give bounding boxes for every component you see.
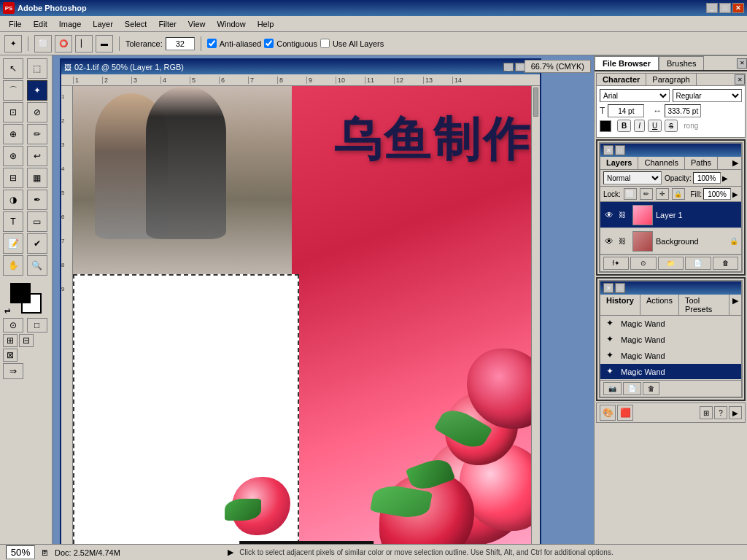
gradient-tool[interactable]: ▦ xyxy=(27,168,47,188)
lasso-tool[interactable]: ⌒ xyxy=(3,80,23,101)
character-tab[interactable]: Character xyxy=(597,74,646,85)
history-panel-close[interactable]: ✕ xyxy=(603,283,614,293)
contiguous-checkbox[interactable] xyxy=(264,39,274,48)
delete-layer-btn[interactable]: 🗑 xyxy=(713,257,738,270)
menu-edit[interactable]: Edit xyxy=(28,18,53,30)
delete-state-btn[interactable]: 🗑 xyxy=(643,382,659,395)
swatches-mini[interactable]: 🟥 xyxy=(617,405,633,421)
slice-tool[interactable]: ⊘ xyxy=(27,102,47,122)
history-item-0[interactable]: ✦ Magic Wand xyxy=(600,316,741,332)
new-layer-btn[interactable]: 📄 xyxy=(685,257,711,270)
menu-view[interactable]: View xyxy=(182,18,212,30)
layer-item-background[interactable]: 👁 ⛓ Background 🔒 xyxy=(600,228,741,254)
eyedropper-tool[interactable]: ✔ xyxy=(27,233,47,254)
font-size-input[interactable] xyxy=(608,104,644,117)
fill-arrow[interactable]: ▶ xyxy=(732,190,738,198)
fullscreen-btn[interactable]: ⊠ xyxy=(3,349,18,362)
brushes-tab[interactable]: Brushes xyxy=(659,56,704,70)
menu-window[interactable]: Window xyxy=(212,18,252,30)
quick-mask-icon[interactable]: ⊙ xyxy=(3,318,23,332)
strikethrough-btn[interactable]: S̶ xyxy=(665,120,678,132)
opacity-input[interactable] xyxy=(693,172,721,184)
doc-minimize-btn[interactable]: _ xyxy=(503,63,514,71)
dodge-tool[interactable]: ◑ xyxy=(3,190,23,210)
hand-tool[interactable]: ✋ xyxy=(3,255,23,276)
marquee-rect-icon[interactable]: ⬜ xyxy=(34,35,52,52)
magic-wand-tool[interactable]: ✦ xyxy=(27,80,47,101)
paragraph-tab[interactable]: Paragraph xyxy=(646,74,696,85)
notes-tool[interactable]: 📝 xyxy=(3,233,23,254)
paths-tab[interactable]: Paths xyxy=(685,157,718,169)
panel-foot-btn3[interactable]: ▶ xyxy=(729,406,742,419)
layers-panel-close[interactable]: ✕ xyxy=(603,145,614,155)
marquee-circle-icon[interactable]: ⭕ xyxy=(55,35,72,52)
layers-panel-max[interactable]: □ xyxy=(615,145,625,155)
top-panel-close[interactable]: ✕ xyxy=(737,58,747,69)
crop-tool[interactable]: ⊡ xyxy=(3,102,23,122)
channels-tab[interactable]: Channels xyxy=(638,157,684,169)
menu-help[interactable]: Help xyxy=(252,18,280,30)
foreground-color-swatch[interactable] xyxy=(10,283,31,303)
panel-foot-btn2[interactable]: ? xyxy=(714,406,727,419)
font-style-select[interactable]: Regular xyxy=(673,89,743,102)
lock-image-btn[interactable]: ✏ xyxy=(640,188,653,200)
maximize-button[interactable]: □ xyxy=(719,3,731,13)
move-tool[interactable]: ↖ xyxy=(3,58,23,79)
blend-mode-select[interactable]: Normal xyxy=(603,171,662,184)
underline-btn[interactable]: U xyxy=(648,120,662,132)
opacity-arrow[interactable]: ▶ xyxy=(722,174,728,182)
brush-tool[interactable]: ✏ xyxy=(27,124,47,144)
color-picker-mini[interactable]: 🎨 xyxy=(600,405,616,421)
actions-tab[interactable]: Actions xyxy=(640,295,679,315)
layers-tab[interactable]: Layers xyxy=(600,157,638,169)
zoom-input[interactable] xyxy=(6,545,35,559)
stamp-tool[interactable]: ⊛ xyxy=(3,146,23,166)
document-canvas[interactable]: 乌鱼制作 DPA BBS·EPSON xyxy=(73,86,540,544)
fill-input[interactable] xyxy=(703,188,731,200)
lock-position-btn[interactable]: ✛ xyxy=(656,188,669,200)
pen-tool[interactable]: ✒ xyxy=(27,190,47,210)
text-color-swatch[interactable] xyxy=(600,120,611,132)
all-layers-checkbox[interactable] xyxy=(320,39,330,48)
panel-foot-btn1[interactable]: ⊞ xyxy=(700,406,713,419)
layers-menu-btn[interactable]: ▶ xyxy=(729,157,741,169)
fullscreen-menu-btn[interactable]: ⊟ xyxy=(19,334,34,347)
menu-select[interactable]: Select xyxy=(119,18,153,30)
menu-image[interactable]: Image xyxy=(53,18,88,30)
text-tool[interactable]: T xyxy=(3,211,23,232)
file-browser-tab[interactable]: File Browser xyxy=(595,56,659,70)
add-mask-btn[interactable]: ⊙ xyxy=(630,257,656,270)
lock-all-btn[interactable]: 🔒 xyxy=(672,188,685,200)
history-menu-btn[interactable]: ▶ xyxy=(729,295,741,315)
shape-tool[interactable]: ▭ xyxy=(27,211,47,232)
anti-aliased-checkbox[interactable] xyxy=(207,39,217,48)
marquee-single-col-icon[interactable]: ▏ xyxy=(75,35,93,52)
tool-presets-tab[interactable]: Tool Presets xyxy=(679,295,729,315)
background-visibility-eye[interactable]: 👁 xyxy=(603,236,615,247)
layer-fx-btn[interactable]: f✦ xyxy=(603,257,629,270)
jump-to-imageready-btn[interactable]: ⇒ xyxy=(3,363,23,379)
new-group-btn[interactable]: 📁 xyxy=(658,257,684,270)
tracking-input[interactable] xyxy=(665,104,701,117)
eraser-tool[interactable]: ⊟ xyxy=(3,168,23,188)
bold-btn[interactable]: B xyxy=(617,120,631,132)
magic-wand-icon[interactable]: ✦ xyxy=(4,35,22,52)
history-item-3[interactable]: ✦ Magic Wand xyxy=(600,364,741,380)
heal-tool[interactable]: ⊕ xyxy=(3,124,23,144)
minimize-button[interactable]: _ xyxy=(706,3,718,13)
menu-layer[interactable]: Layer xyxy=(87,18,119,30)
menu-filter[interactable]: Filter xyxy=(152,18,182,30)
history-panel-max[interactable]: □ xyxy=(615,283,625,293)
menu-file[interactable]: File xyxy=(3,18,28,30)
marquee-tool[interactable]: ⬚ xyxy=(27,58,47,79)
new-doc-from-state-btn[interactable]: 📄 xyxy=(623,382,641,395)
tolerance-input[interactable] xyxy=(166,37,195,50)
history-tab[interactable]: History xyxy=(600,295,640,315)
layer-item-layer1[interactable]: 👁 ⛓ Layer 1 xyxy=(600,202,741,228)
history-item-2[interactable]: ✦ Magic Wand xyxy=(600,348,741,364)
history-item-1[interactable]: ✦ Magic Wand xyxy=(600,332,741,348)
char-close-btn[interactable]: ✕ xyxy=(735,74,745,85)
close-button[interactable]: ✕ xyxy=(732,3,744,13)
standard-screen-btn[interactable]: ⊞ xyxy=(3,334,18,347)
marquee-single-row-icon[interactable]: ▬ xyxy=(96,35,113,52)
